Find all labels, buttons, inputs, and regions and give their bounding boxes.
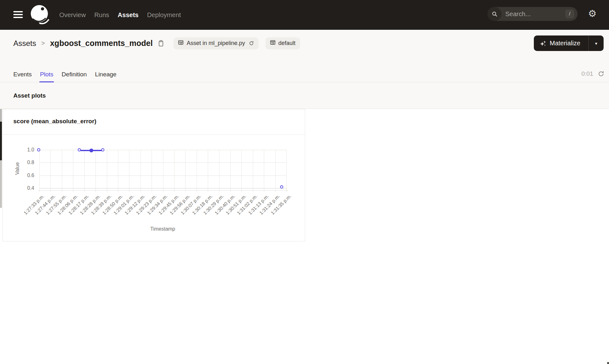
page-root: OverviewRunsAssetsDeployment Search... /… [0, 0, 609, 364]
refresh-button[interactable] [598, 70, 605, 77]
sparkle-icon [540, 40, 547, 47]
tab-definition[interactable]: Definition [62, 67, 87, 82]
left-edge-artifact [0, 160, 2, 208]
materialize-dropdown-toggle[interactable]: ▾ [589, 35, 604, 51]
refresh-status: 0:01 [581, 70, 605, 77]
plot-title-divider [3, 134, 305, 135]
search-icon [488, 7, 501, 21]
active-tab-underline [39, 81, 54, 82]
materialize-button[interactable]: Materialize [534, 35, 588, 51]
clipboard-icon [158, 40, 164, 47]
nav-item-assets[interactable]: Assets [118, 11, 139, 19]
refresh-countdown: 0:01 [581, 70, 593, 77]
corner-artifact [607, 362, 609, 364]
tab-lineage[interactable]: Lineage [95, 67, 117, 82]
repo-icon [270, 40, 276, 47]
asset-grid-icon [178, 40, 184, 47]
code-location-tag[interactable]: default [265, 37, 300, 49]
left-edge-artifact [0, 109, 2, 122]
tab-plots[interactable]: Plots [40, 67, 53, 82]
top-nav-bar: OverviewRunsAssetsDeployment Search... /… [0, 0, 609, 30]
plot-title: score (mean_absolute_error) [13, 118, 96, 125]
page-title: xgboost_comments_model [50, 39, 153, 48]
copy-asset-name-button[interactable] [158, 40, 164, 47]
section-title-asset-plots: Asset plots [13, 92, 46, 99]
dagster-logo[interactable] [30, 3, 52, 26]
asset-definition-tag[interactable]: Asset in ml_pipeline.py [174, 37, 258, 49]
chevron-down-icon: ▾ [595, 41, 597, 46]
tab-events[interactable]: Events [13, 67, 32, 82]
breadcrumb-separator: > [41, 40, 45, 47]
nav-item-runs[interactable]: Runs [94, 11, 109, 19]
search-placeholder: Search... [505, 10, 531, 18]
nav-item-deployment[interactable]: Deployment [147, 11, 181, 19]
left-edge-artifact [0, 122, 2, 160]
materialize-label: Materialize [550, 40, 580, 47]
materialize-split-button: Materialize ▾ [534, 35, 604, 51]
breadcrumb: Assets > xgboost_comments_model Asset in… [13, 35, 300, 51]
reload-definition-icon[interactable] [249, 41, 254, 46]
breadcrumb-assets-link[interactable]: Assets [13, 39, 36, 48]
asset-tabs: EventsPlotsDefinitionLineage [13, 67, 116, 82]
primary-nav: OverviewRunsAssetsDeployment [59, 0, 181, 30]
hamburger-menu-icon[interactable] [13, 11, 23, 19]
asset-tags: Asset in ml_pipeline.py default [174, 37, 300, 49]
search-shortcut-badge: / [566, 10, 574, 18]
settings-gear-icon[interactable]: ⚙ [588, 8, 597, 19]
search-input[interactable]: Search... / [488, 7, 578, 21]
nav-item-overview[interactable]: Overview [59, 11, 86, 19]
plot-card [3, 109, 305, 241]
